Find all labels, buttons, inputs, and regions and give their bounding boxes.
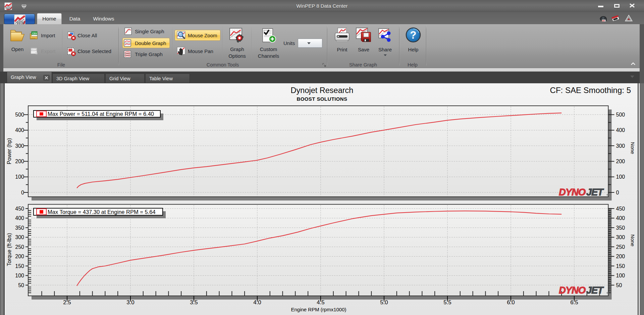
svg-text:400: 400	[15, 127, 24, 133]
svg-text:450: 450	[15, 206, 24, 212]
svg-text:350: 350	[616, 225, 625, 231]
svg-text:0: 0	[21, 190, 24, 195]
svg-text:None: None	[630, 142, 636, 154]
svg-text:None: None	[630, 234, 636, 246]
svg-text:Torque (ft-lbs): Torque (ft-lbs)	[6, 233, 12, 266]
svg-text:Max Power = 511.04 at Engine R: Max Power = 511.04 at Engine RPM = 6.40	[48, 111, 154, 117]
svg-text:Max Torque = 437.30 at Engine: Max Torque = 437.30 at Engine RPM = 5.64	[48, 209, 156, 215]
svg-text:200: 200	[15, 254, 24, 259]
svg-text:100: 100	[15, 273, 24, 278]
svg-text:500: 500	[15, 112, 24, 118]
svg-text:4.0: 4.0	[253, 299, 261, 306]
svg-text:300: 300	[616, 143, 625, 149]
svg-text:400: 400	[15, 215, 24, 221]
svg-text:DYNO: DYNO	[559, 187, 586, 197]
svg-text:6.5: 6.5	[570, 299, 578, 306]
svg-text:300: 300	[15, 143, 24, 149]
svg-text:100: 100	[616, 174, 625, 180]
svg-text:300: 300	[616, 234, 625, 240]
svg-text:500: 500	[616, 112, 625, 118]
svg-text:400: 400	[616, 127, 625, 133]
svg-text:CF: SAE Smoothing: 5: CF: SAE Smoothing: 5	[550, 86, 631, 95]
svg-text:6.0: 6.0	[507, 299, 515, 306]
svg-text:JET: JET	[586, 187, 604, 197]
svg-text:100: 100	[15, 174, 24, 180]
svg-text:4.5: 4.5	[317, 299, 325, 306]
svg-text:150: 150	[616, 263, 625, 269]
svg-text:5.0: 5.0	[380, 299, 388, 306]
svg-text:450: 450	[616, 206, 625, 212]
svg-text:250: 250	[15, 244, 24, 250]
svg-text:5.5: 5.5	[443, 299, 451, 306]
svg-text:Power (hp): Power (hp)	[6, 138, 12, 164]
svg-text:200: 200	[616, 159, 625, 164]
svg-text:Engine RPM (rpmx1000): Engine RPM (rpmx1000)	[291, 307, 346, 312]
svg-text:50: 50	[616, 282, 622, 288]
svg-text:3.5: 3.5	[190, 299, 198, 306]
svg-text:350: 350	[15, 225, 24, 231]
svg-text:100: 100	[616, 273, 625, 278]
svg-text:2.5: 2.5	[63, 299, 71, 306]
svg-text:50: 50	[18, 282, 24, 288]
svg-text:200: 200	[15, 159, 24, 164]
svg-text:400: 400	[616, 215, 625, 221]
svg-text:0: 0	[616, 190, 619, 195]
svg-text:200: 200	[616, 254, 625, 259]
svg-text:250: 250	[616, 244, 625, 250]
svg-text:JET: JET	[586, 285, 604, 296]
svg-text:Dynojet Research: Dynojet Research	[291, 86, 354, 95]
svg-text:DYNO: DYNO	[559, 285, 586, 296]
svg-text:3.0: 3.0	[126, 299, 135, 306]
svg-text:300: 300	[15, 234, 24, 240]
svg-text:150: 150	[15, 263, 24, 269]
svg-text:BOOST SOLUTIONS: BOOST SOLUTIONS	[297, 96, 347, 102]
